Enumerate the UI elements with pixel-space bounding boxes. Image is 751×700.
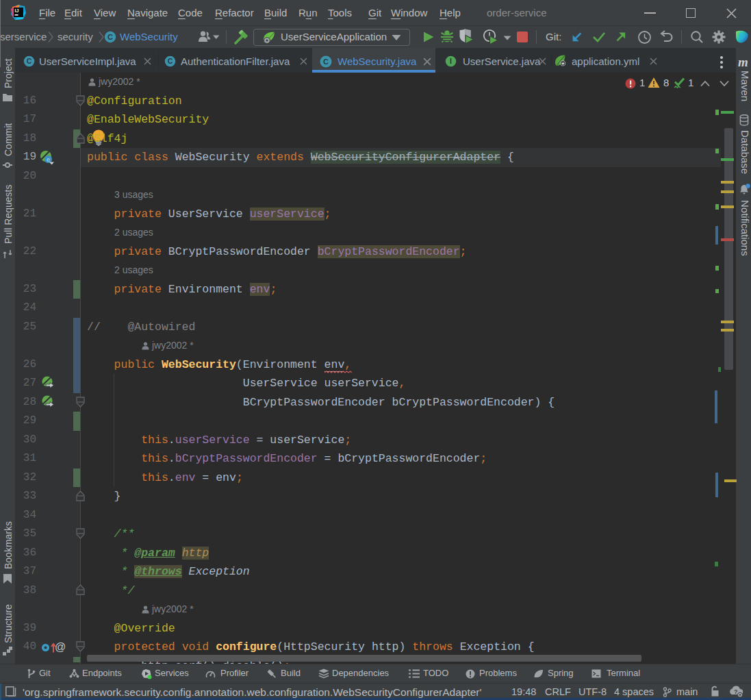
svg-text:IJ: IJ [15,8,19,13]
svg-text:?: ? [734,688,738,695]
svg-text:I: I [450,58,452,65]
svg-text:e: e [47,157,50,164]
svg-text:C: C [168,58,173,65]
svg-text:C: C [107,33,113,41]
svg-text:C: C [323,58,329,66]
svg-text:C: C [27,58,32,65]
